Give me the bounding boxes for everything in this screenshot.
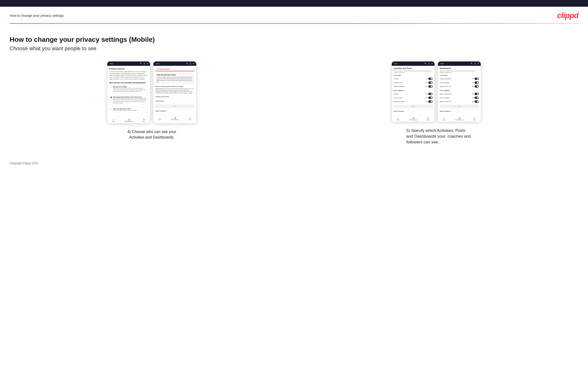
footer: Copyright Clippd 2022 xyxy=(0,154,588,172)
coaches-what-to-work-toggle[interactable] xyxy=(475,85,479,88)
screen3-coaches-manual: Manual Activities ON xyxy=(394,84,433,88)
settings-icon3[interactable]: ⚙ xyxy=(431,63,433,65)
screen4-body: Dashboards Select the dashboards that yo… xyxy=(438,66,481,114)
screen3-icons: 🔍 👤 ⚙ xyxy=(424,63,433,65)
coaches-what-to-work-group: ON xyxy=(472,85,479,88)
activities-posts-nav[interactable]: Activities and Posts › xyxy=(155,95,194,99)
people-icon4[interactable]: 👤 xyxy=(474,63,476,65)
coaches-drills-toggle[interactable] xyxy=(428,81,433,84)
screen1-topbar: ‹ Back 🔍 👤 ⚙ xyxy=(107,61,150,66)
screen2-nav-home[interactable]: ⌂ Home xyxy=(158,117,161,120)
search-icon4[interactable]: 🔍 xyxy=(471,63,473,65)
screen4-coaches-player-dash: Player Dashboard ON xyxy=(440,77,479,81)
performance-icon3: 📊 xyxy=(412,117,415,119)
followers-what-to-work-toggle[interactable] xyxy=(475,100,479,103)
people-icon[interactable]: 👤 xyxy=(143,63,146,65)
coaches-manual-toggle[interactable] xyxy=(428,85,433,88)
screen4-followers-label: FOLLOWERS xyxy=(440,90,479,91)
screen4-topbar: ‹ Back 🔍 👤 ⚙ xyxy=(438,61,481,66)
screen4-back-btn[interactable]: ‹ Back xyxy=(440,63,444,64)
home-icon2: ⌂ xyxy=(159,117,160,119)
screen4-coaches-label: COACHES xyxy=(440,75,479,76)
search-icon3[interactable]: 🔍 xyxy=(424,63,427,65)
screen3-nav-home[interactable]: ⌂ Home xyxy=(397,117,399,121)
privacy-controls-tab[interactable]: Privacy Controls xyxy=(155,67,172,71)
info-box-title: Only You and Your Coach xyxy=(156,74,193,76)
screen4-nav-menu[interactable]: ≡ Menu xyxy=(473,117,476,121)
settings-icon4[interactable]: ⚙ xyxy=(477,63,479,65)
followers-what-to-work-group: ON xyxy=(472,100,479,103)
followers-player-dash-label: Player Dashboard xyxy=(440,93,451,95)
screen1-nav-performance[interactable]: 📊 My Performance xyxy=(125,118,133,122)
home-label3: Home xyxy=(397,119,399,121)
screen2-save-btn[interactable]: Save xyxy=(155,104,194,108)
radio-option-only-you[interactable]: Only You and Your Coach Only you and the… xyxy=(109,107,148,112)
screen3-bottom-nav: ⌂ Home 📊 My Performance ≡ Menu xyxy=(392,115,435,122)
screen4-help: Help & Support xyxy=(440,109,479,113)
main-content: How to change your privacy settings (Mob… xyxy=(0,24,588,154)
followers-manual-on-label: ON xyxy=(426,101,428,102)
menu-icon: ≡ xyxy=(143,118,145,121)
screen2-nav-performance[interactable]: 📊 My Performance xyxy=(171,117,179,120)
radio-text-only-you: Only You and Your Coach Only you and the… xyxy=(113,108,138,111)
followers-manual-toggle-group: ON xyxy=(426,100,433,103)
screen3-nav-performance[interactable]: 📊 My Performance xyxy=(409,117,417,121)
performance-icon4: 📊 xyxy=(458,117,461,119)
screen3-body: Activities and Posts Select the types of… xyxy=(392,66,435,114)
screen3-frame: ‹ Back 🔍 👤 ⚙ Activities and Posts Select… xyxy=(391,61,435,122)
screen1-nav-home[interactable]: ⌂ Home xyxy=(112,118,115,122)
activities-chevron-icon: › xyxy=(194,96,194,98)
followers-drills-toggle-group: ON xyxy=(426,97,433,99)
top-bar xyxy=(0,0,588,7)
screen3-nav-menu[interactable]: ≡ Menu xyxy=(427,117,430,121)
search-icon[interactable]: 🔍 xyxy=(140,63,142,65)
screen3-back-btn[interactable]: ‹ Back xyxy=(394,63,398,64)
followers-rounds-toggle-group: ON xyxy=(426,93,433,95)
screen4-followers-round-insights: Round Insights ON xyxy=(440,96,479,100)
dashboards-nav[interactable]: Dashboards › xyxy=(155,99,194,103)
settings-icon[interactable]: ⚙ xyxy=(147,63,148,65)
coaches-player-dash-toggle[interactable] xyxy=(475,78,479,80)
followers-drills-on-label: ON xyxy=(426,97,428,99)
coaches-round-insights-toggle[interactable] xyxy=(475,81,479,84)
search-icon2[interactable]: 🔍 xyxy=(186,63,188,65)
settings-icon2[interactable]: ⚙ xyxy=(193,63,194,65)
right-caption-text: 5) Specify which Activities, Postsand Da… xyxy=(406,128,471,144)
show-hide-desc: Regardless of the privacy controls that … xyxy=(155,88,194,94)
people-icon2[interactable]: 👤 xyxy=(190,63,192,65)
screen3-followers-manual: Manual Activities ON xyxy=(394,100,433,103)
followers-rounds-label: Rounds xyxy=(394,93,399,95)
screen1-back-btn[interactable]: ‹ Back xyxy=(109,63,113,64)
followers-manual-toggle[interactable] xyxy=(428,100,433,103)
menu-icon3: ≡ xyxy=(428,117,429,119)
screen2-nav-menu[interactable]: ≡ Menu xyxy=(189,117,191,120)
performance-icon2: 📊 xyxy=(174,117,176,119)
right-frames-row: ‹ Back 🔍 👤 ⚙ Activities and Posts Select… xyxy=(391,61,481,122)
radio-option-approved[interactable]: Only Approved Followers and Your Coach O… xyxy=(109,95,148,105)
screen2-back-btn[interactable]: ‹ Back xyxy=(155,63,159,64)
followers-what-to-work-label: What To Work On xyxy=(440,101,451,102)
people-icon3[interactable]: 👤 xyxy=(428,63,430,65)
coaches-what-to-work-on: ON xyxy=(472,86,474,87)
followers-rounds-toggle[interactable] xyxy=(428,93,433,95)
screen2-topbar: ‹ Back 🔍 👤 ⚙ xyxy=(153,61,196,66)
screen2-info-box: Only You and Your Coach Only you and the… xyxy=(155,73,194,84)
followers-manual-label: Manual Activities xyxy=(394,101,405,102)
radio-option-everyone[interactable]: Everyone on Clippd Everyone on Clippd ca… xyxy=(109,85,148,93)
coaches-rounds-toggle[interactable] xyxy=(428,78,433,80)
screen4-save-btn[interactable]: Save xyxy=(440,105,479,108)
screen4-nav-performance[interactable]: 📊 My Performance xyxy=(456,117,463,121)
screen3-title: Activities and Posts xyxy=(394,67,433,69)
followers-drills-toggle[interactable] xyxy=(428,97,433,99)
screen4-nav-home[interactable]: ⌂ Home xyxy=(443,117,446,121)
right-caption: 5) Specify which Activities, Postsand Da… xyxy=(402,128,471,145)
screen1-nav-menu[interactable]: ≡ Menu xyxy=(143,118,145,122)
menu-label3: Menu xyxy=(427,119,430,121)
screen2-help: Help & Support xyxy=(155,109,194,113)
screen3-save-btn[interactable]: Save xyxy=(394,105,433,108)
followers-round-insights-toggle[interactable] xyxy=(475,97,479,99)
screen4-frame: ‹ Back 🔍 👤 ⚙ Dashboards Select the dashb… xyxy=(438,61,481,122)
screenshots-section: ‹ Back 🔍 👤 ⚙ Privacy Controls Control ho… xyxy=(10,61,578,145)
coaches-what-to-work-label: What To Work On xyxy=(440,86,451,87)
followers-player-dash-toggle[interactable] xyxy=(475,93,479,95)
